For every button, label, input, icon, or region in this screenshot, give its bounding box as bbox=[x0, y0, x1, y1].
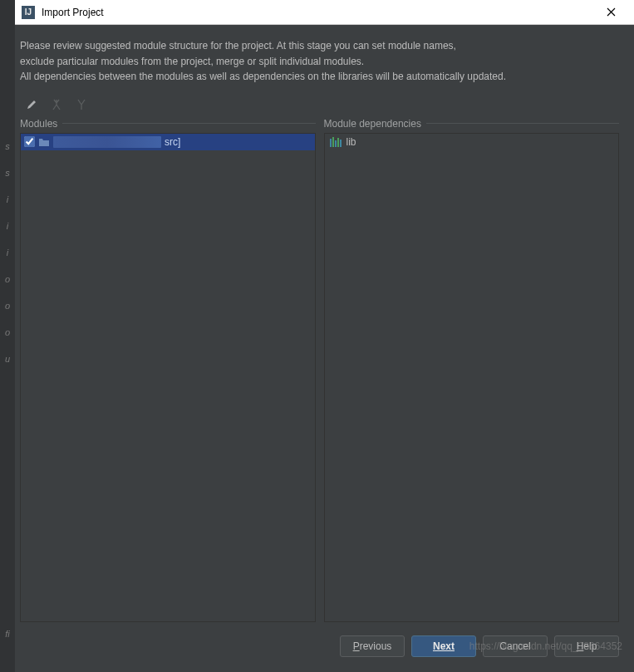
button-label: Cancel bbox=[499, 640, 530, 652]
editor-gutter: ssi ii ooou fi bbox=[0, 0, 15, 672]
svg-rect-4 bbox=[340, 140, 342, 147]
dependency-name: lib bbox=[346, 136, 356, 148]
panel-header: Module dependencies bbox=[324, 118, 620, 130]
app-icon: IJ bbox=[22, 6, 35, 19]
module-suffix: src] bbox=[165, 136, 180, 148]
modules-panel: Modules src] bbox=[20, 118, 316, 622]
modules-label: Modules bbox=[20, 118, 57, 130]
svg-rect-1 bbox=[332, 137, 334, 147]
dependencies-list[interactable]: lib bbox=[324, 133, 620, 622]
panel-header: Modules bbox=[20, 118, 316, 130]
svg-rect-2 bbox=[335, 140, 337, 147]
button-bar: Previous Next Cancel Help bbox=[20, 622, 619, 664]
svg-rect-0 bbox=[330, 139, 332, 147]
rename-button[interactable] bbox=[25, 98, 38, 111]
cancel-button[interactable]: Cancel bbox=[483, 635, 548, 657]
svg-rect-3 bbox=[337, 138, 339, 147]
panels: Modules src] Module depende bbox=[20, 118, 619, 622]
intro-line: Please review suggested module structure… bbox=[20, 38, 619, 54]
window-title: Import Project bbox=[42, 7, 594, 18]
help-button[interactable]: Help bbox=[554, 635, 619, 657]
library-icon bbox=[330, 136, 342, 147]
dependencies-panel: Module dependencies bbox=[324, 118, 620, 622]
intro-text: Please review suggested module structure… bbox=[20, 38, 619, 85]
button-label-tail: elp bbox=[583, 640, 597, 652]
merge-button bbox=[50, 98, 63, 111]
module-checkbox[interactable] bbox=[24, 136, 35, 147]
pencil-icon bbox=[26, 99, 37, 110]
button-label-tail: revious bbox=[360, 640, 392, 652]
intro-line: All dependencies between the modules as … bbox=[20, 69, 619, 85]
dependencies-label: Module dependencies bbox=[324, 118, 421, 130]
divider bbox=[426, 123, 619, 124]
folder-icon bbox=[38, 137, 50, 147]
intro-line: exclude particular modules from the proj… bbox=[20, 54, 619, 70]
close-button[interactable] bbox=[594, 1, 627, 24]
toolbar bbox=[20, 95, 619, 118]
module-name-obscured bbox=[53, 136, 161, 148]
module-row[interactable]: src] bbox=[21, 134, 315, 150]
import-project-dialog: IJ Import Project Please review suggeste… bbox=[15, 0, 634, 672]
merge-icon bbox=[51, 99, 62, 110]
dialog-content: Please review suggested module structure… bbox=[15, 25, 634, 672]
next-button[interactable]: Next bbox=[411, 635, 476, 657]
dependency-row[interactable]: lib bbox=[325, 134, 619, 150]
close-icon bbox=[607, 7, 616, 17]
split-icon bbox=[76, 99, 87, 110]
split-button bbox=[75, 98, 88, 111]
modules-list[interactable]: src] bbox=[20, 133, 316, 622]
titlebar: IJ Import Project bbox=[15, 0, 634, 25]
button-label: Next bbox=[433, 640, 455, 652]
previous-button[interactable]: Previous bbox=[340, 635, 405, 657]
divider bbox=[62, 123, 315, 124]
